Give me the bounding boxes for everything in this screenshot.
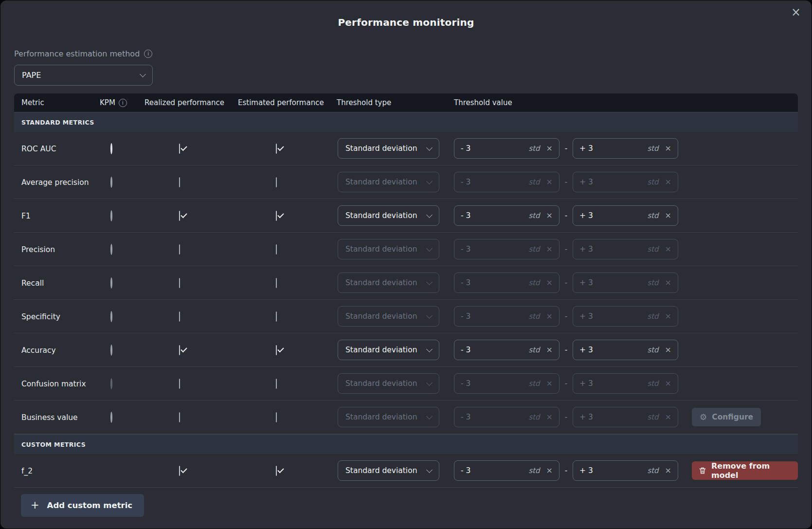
threshold-upper-value: + 3 — [579, 245, 647, 254]
clear-icon[interactable]: × — [546, 178, 553, 186]
estimated-performance-checkbox[interactable] — [276, 144, 277, 154]
threshold-lower-input[interactable]: - 3 std × — [454, 138, 559, 159]
realized-performance-checkbox[interactable] — [179, 466, 180, 476]
clear-icon[interactable]: × — [665, 380, 671, 387]
threshold-upper-input[interactable]: + 3 std × — [573, 205, 678, 226]
info-icon[interactable]: i — [144, 50, 152, 58]
threshold-lower-input[interactable]: - 3 std × — [454, 373, 559, 394]
clear-icon[interactable]: × — [665, 279, 671, 287]
clear-icon[interactable]: × — [665, 212, 671, 219]
threshold-type-value: Standard deviation — [345, 245, 417, 254]
gear-icon: ⚙ — [700, 412, 707, 422]
threshold-type-select[interactable]: Standard deviation — [338, 373, 439, 394]
threshold-lower-input[interactable]: - 3 std × — [454, 340, 559, 360]
clear-icon[interactable]: × — [665, 467, 671, 474]
realized-performance-checkbox[interactable] — [179, 311, 180, 322]
threshold-unit-label: std — [528, 178, 540, 186]
estimated-performance-checkbox[interactable] — [276, 345, 277, 355]
estimated-performance-checkbox[interactable] — [276, 311, 277, 322]
kpm-radio[interactable] — [110, 177, 112, 188]
threshold-upper-input[interactable]: + 3 std × — [573, 407, 678, 427]
threshold-type-select[interactable]: Standard deviation — [338, 306, 439, 327]
configure-button[interactable]: ⚙ Configure — [692, 408, 761, 426]
realized-performance-checkbox[interactable] — [179, 412, 180, 422]
threshold-type-select[interactable]: Standard deviation — [338, 172, 439, 192]
threshold-upper-input[interactable]: + 3 std × — [573, 172, 678, 192]
threshold-type-select[interactable]: Standard deviation — [338, 407, 439, 427]
threshold-upper-input[interactable]: + 3 std × — [573, 138, 678, 159]
realized-performance-checkbox[interactable] — [179, 211, 180, 221]
clear-icon[interactable]: × — [546, 346, 553, 354]
estimated-performance-checkbox[interactable] — [276, 177, 277, 187]
estimated-performance-checkbox[interactable] — [276, 278, 277, 288]
method-label: Performance estimation method — [14, 49, 140, 58]
clear-icon[interactable]: × — [546, 413, 553, 421]
column-header-metric: Metric — [14, 98, 100, 107]
remove-from-model-button[interactable]: Remove from model — [692, 461, 798, 480]
threshold-lower-input[interactable]: - 3 std × — [454, 460, 559, 481]
clear-icon[interactable]: × — [546, 145, 553, 152]
threshold-lower-input[interactable]: - 3 std × — [454, 306, 559, 327]
clear-icon[interactable]: × — [665, 178, 671, 186]
threshold-lower-input[interactable]: - 3 std × — [454, 407, 559, 427]
info-icon[interactable]: i — [119, 99, 127, 107]
estimated-performance-checkbox[interactable] — [276, 379, 277, 389]
estimated-performance-checkbox[interactable] — [276, 466, 277, 476]
threshold-type-select[interactable]: Standard deviation — [338, 340, 439, 360]
estimated-performance-checkbox[interactable] — [276, 412, 277, 422]
threshold-type-select[interactable]: Standard deviation — [338, 460, 439, 481]
clear-icon[interactable]: × — [665, 413, 671, 421]
kpm-radio[interactable] — [110, 277, 112, 289]
estimation-method-value: PAPE — [22, 71, 41, 80]
close-icon[interactable]: × — [791, 6, 801, 18]
kpm-radio[interactable] — [110, 412, 112, 423]
clear-icon[interactable]: × — [665, 346, 671, 354]
realized-performance-checkbox[interactable] — [179, 144, 180, 154]
threshold-type-select[interactable]: Standard deviation — [338, 273, 439, 293]
realized-performance-checkbox[interactable] — [179, 278, 180, 288]
clear-icon[interactable]: × — [546, 245, 553, 253]
threshold-upper-input[interactable]: + 3 std × — [573, 239, 678, 259]
add-custom-metric-button[interactable]: + Add custom metric — [21, 494, 144, 517]
kpm-radio[interactable] — [110, 311, 112, 322]
threshold-upper-input[interactable]: + 3 std × — [573, 373, 678, 394]
threshold-type-select[interactable]: Standard deviation — [338, 205, 439, 226]
threshold-upper-value: + 3 — [579, 211, 647, 220]
threshold-upper-input[interactable]: + 3 std × — [573, 306, 678, 327]
clear-icon[interactable]: × — [665, 245, 671, 253]
realized-performance-checkbox[interactable] — [179, 379, 180, 389]
chevron-down-icon — [426, 413, 433, 420]
clear-icon[interactable]: × — [546, 212, 553, 219]
table-row: ROC AUC Standard deviation - 3 std × - +… — [14, 132, 798, 165]
clear-icon[interactable]: × — [546, 380, 553, 387]
threshold-upper-input[interactable]: + 3 std × — [573, 340, 678, 360]
threshold-lower-input[interactable]: - 3 std × — [454, 172, 559, 192]
estimated-performance-checkbox[interactable] — [276, 244, 277, 255]
threshold-unit-label: std — [528, 379, 540, 388]
threshold-upper-input[interactable]: + 3 std × — [573, 273, 678, 293]
threshold-lower-input[interactable]: - 3 std × — [454, 273, 559, 293]
kpm-radio[interactable] — [110, 378, 112, 389]
kpm-radio[interactable] — [110, 143, 112, 154]
clear-icon[interactable]: × — [546, 467, 553, 474]
estimated-performance-checkbox[interactable] — [276, 211, 277, 221]
estimation-method-select[interactable]: PAPE — [14, 65, 153, 86]
realized-performance-checkbox[interactable] — [179, 177, 180, 187]
realized-performance-checkbox[interactable] — [179, 345, 180, 355]
kpm-radio[interactable] — [110, 210, 112, 221]
clear-icon[interactable]: × — [546, 279, 553, 287]
clear-icon[interactable]: × — [546, 312, 553, 320]
clear-icon[interactable]: × — [665, 145, 671, 152]
metric-label: Business value — [14, 413, 78, 422]
threshold-type-select[interactable]: Standard deviation — [338, 239, 439, 259]
metric-label: f_2 — [14, 467, 33, 475]
threshold-upper-input[interactable]: + 3 std × — [573, 460, 678, 481]
kpm-radio[interactable] — [110, 244, 112, 255]
realized-performance-checkbox[interactable] — [179, 244, 180, 255]
clear-icon[interactable]: × — [665, 312, 671, 320]
threshold-lower-input[interactable]: - 3 std × — [454, 205, 559, 226]
threshold-upper-value: + 3 — [579, 178, 647, 186]
threshold-type-select[interactable]: Standard deviation — [338, 138, 439, 159]
threshold-lower-input[interactable]: - 3 std × — [454, 239, 559, 259]
kpm-radio[interactable] — [110, 345, 112, 356]
